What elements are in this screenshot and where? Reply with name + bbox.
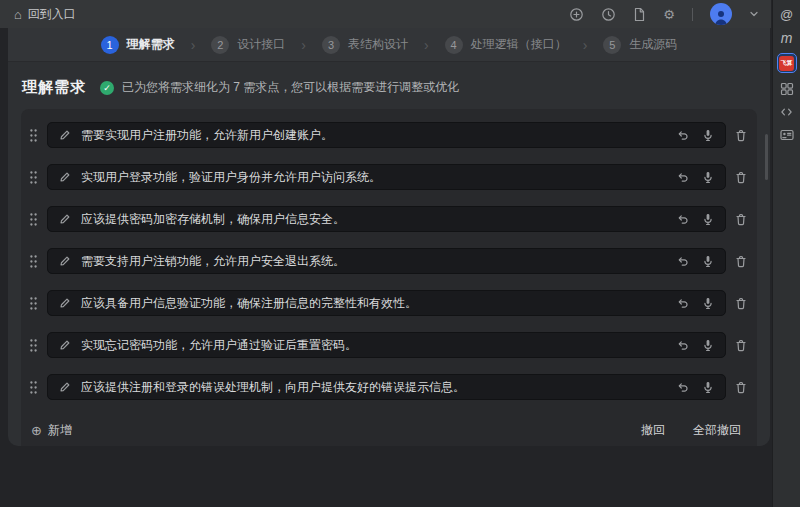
file-icon[interactable]: [633, 7, 646, 22]
regenerate-icon[interactable]: [677, 381, 689, 393]
scrollbar-thumb[interactable]: [765, 134, 768, 180]
undo-button[interactable]: 撤回: [641, 422, 665, 439]
requirement-row: 应该提供密码加密存储机制，确保用户信息安全。: [27, 206, 749, 232]
step-number: 5: [603, 36, 621, 54]
requirement-text: 需要支持用户注销功能，允许用户安全退出系统。: [81, 253, 345, 270]
microphone-icon[interactable]: [702, 213, 714, 226]
edit-pencil-icon: [59, 381, 71, 393]
step-generate-source[interactable]: 5 生成源码: [603, 36, 677, 54]
stepper-chevron-icon: ›: [581, 37, 590, 53]
delete-icon[interactable]: [735, 213, 747, 226]
microphone-icon[interactable]: [702, 297, 714, 310]
requirement-input[interactable]: 实现忘记密码功能，允许用户通过验证后重置密码。: [47, 332, 726, 358]
requirement-input[interactable]: 需要支持用户注销功能，允许用户安全退出系统。: [47, 248, 726, 274]
delete-icon[interactable]: [735, 171, 747, 184]
requirement-row: 需要实现用户注册功能，允许新用户创建账户。: [27, 122, 749, 148]
drag-handle-icon[interactable]: [29, 338, 38, 353]
back-to-entry-link[interactable]: ⌂ 回到入口: [14, 6, 76, 23]
title-row: 理解需求 ✓ 已为您将需求细化为 7 需求点，您可以根据需要进行调整或优化: [16, 72, 762, 109]
edit-pencil-icon: [59, 339, 71, 351]
step-label: 表结构设计: [348, 36, 408, 53]
requirement-row: 实现忘记密码功能，允许用户通过验证后重置密码。: [27, 332, 749, 358]
delete-icon[interactable]: [735, 381, 747, 394]
edit-pencil-icon: [59, 255, 71, 267]
requirement-text: 实现忘记密码功能，允许用户通过验证后重置密码。: [81, 337, 357, 354]
success-check-icon: ✓: [100, 81, 114, 95]
step-understand-requirements[interactable]: 1 理解需求: [101, 36, 175, 54]
requirement-input[interactable]: 需要实现用户注册功能，允许新用户创建账户。: [47, 122, 726, 148]
delete-icon[interactable]: [735, 297, 747, 310]
edit-pencil-icon: [59, 213, 71, 225]
step-label: 生成源码: [629, 36, 677, 53]
requirement-input[interactable]: 应该提供注册和登录的错误处理机制，向用户提供友好的错误提示信息。: [47, 374, 726, 400]
stepper-chevron-icon: ›: [299, 37, 308, 53]
drag-handle-icon[interactable]: [29, 296, 38, 311]
history-icon[interactable]: [601, 7, 616, 22]
microphone-icon[interactable]: [702, 381, 714, 394]
code-icon[interactable]: [780, 104, 793, 119]
regenerate-icon[interactable]: [677, 213, 689, 225]
feisuan-badge-icon: 飞算: [779, 56, 794, 71]
step-label: 处理逻辑（接口）: [471, 36, 567, 53]
step-number: 3: [322, 36, 340, 54]
requirement-text: 需要实现用户注册功能，允许新用户创建账户。: [81, 127, 333, 144]
requirement-input[interactable]: 实现用户登录功能，验证用户身份并允许用户访问系统。: [47, 164, 726, 190]
feisuan-extension-selected[interactable]: 飞算: [777, 53, 797, 73]
delete-icon[interactable]: [735, 255, 747, 268]
drag-handle-icon[interactable]: [29, 170, 38, 185]
contact-card-icon[interactable]: [780, 127, 794, 142]
add-requirement-button[interactable]: ⊕ 新增: [31, 422, 72, 439]
drag-handle-icon[interactable]: [29, 128, 38, 143]
step-number: 4: [445, 36, 463, 54]
requirement-text: 应该具备用户信息验证功能，确保注册信息的完整性和有效性。: [81, 295, 417, 312]
success-banner-text: 已为您将需求细化为 7 需求点，您可以根据需要进行调整或优化: [122, 79, 459, 96]
requirement-text: 实现用户登录功能，验证用户身份并允许用户访问系统。: [81, 169, 381, 186]
drag-handle-icon[interactable]: [29, 254, 38, 269]
undo-all-button[interactable]: 全部撤回: [693, 422, 741, 439]
step-number: 2: [211, 36, 229, 54]
requirement-row: 需要支持用户注销功能，允许用户安全退出系统。: [27, 248, 749, 274]
regenerate-icon[interactable]: [677, 171, 689, 183]
edit-pencil-icon: [59, 297, 71, 309]
topbar-divider: [692, 8, 693, 21]
requirement-input[interactable]: 应该具备用户信息验证功能，确保注册信息的完整性和有效性。: [47, 290, 726, 316]
stepper-chevron-icon: ›: [189, 37, 198, 53]
apps-grid-icon[interactable]: [780, 81, 794, 96]
regenerate-icon[interactable]: [677, 255, 689, 267]
microphone-icon[interactable]: [702, 129, 714, 142]
at-spiral-icon[interactable]: @: [780, 7, 793, 22]
step-processing-logic[interactable]: 4 处理逻辑（接口）: [445, 36, 567, 54]
microphone-icon[interactable]: [702, 339, 714, 352]
m-logo-icon[interactable]: m: [781, 30, 793, 45]
regenerate-icon[interactable]: [677, 297, 689, 309]
requirements-list: 需要实现用户注册功能，允许新用户创建账户。 实现用户登录功能，验证用户身份并允许…: [21, 109, 757, 446]
settings-gear-icon[interactable]: ⚙: [663, 7, 675, 22]
step-label: 设计接口: [237, 36, 285, 53]
delete-icon[interactable]: [735, 339, 747, 352]
plus-circle-icon[interactable]: [569, 7, 584, 22]
edit-pencil-icon: [59, 129, 71, 141]
step-table-structure[interactable]: 3 表结构设计: [322, 36, 408, 54]
step-label: 理解需求: [127, 36, 175, 53]
edit-pencil-icon: [59, 171, 71, 183]
stepper: 1 理解需求 › 2 设计接口 › 3 表结构设计 › 4 处理逻辑（接口） ›…: [8, 28, 770, 62]
user-avatar[interactable]: [710, 3, 732, 25]
drag-handle-icon[interactable]: [29, 380, 38, 395]
requirement-row: 应该提供注册和登录的错误处理机制，向用户提供友好的错误提示信息。: [27, 374, 749, 400]
microphone-icon[interactable]: [702, 255, 714, 268]
drag-handle-icon[interactable]: [29, 212, 38, 227]
delete-icon[interactable]: [735, 129, 747, 142]
add-label: 新增: [48, 422, 72, 439]
requirement-row: 应该具备用户信息验证功能，确保注册信息的完整性和有效性。: [27, 290, 749, 316]
requirement-input[interactable]: 应该提供密码加密存储机制，确保用户信息安全。: [47, 206, 726, 232]
page-title: 理解需求: [22, 78, 86, 97]
regenerate-icon[interactable]: [677, 339, 689, 351]
stepper-chevron-icon: ›: [422, 37, 431, 53]
step-number: 1: [101, 36, 119, 54]
regenerate-icon[interactable]: [677, 129, 689, 141]
extensions-sidebar: @ m 飞算: [772, 0, 800, 507]
microphone-icon[interactable]: [702, 171, 714, 184]
chevron-down-icon[interactable]: [749, 10, 759, 18]
list-footer: ⊕ 新增 撤回 全部撤回: [27, 416, 749, 446]
step-design-interface[interactable]: 2 设计接口: [211, 36, 285, 54]
